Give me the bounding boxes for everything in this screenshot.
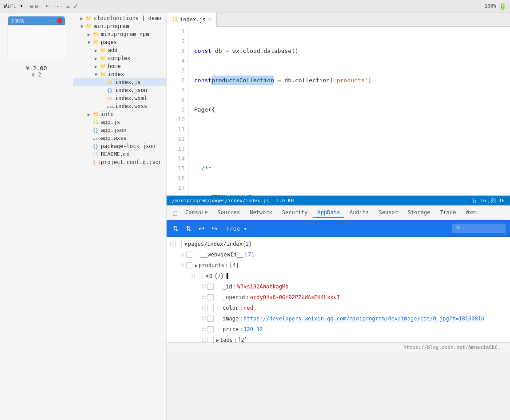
sidebar-item-pages[interactable]: ▼ 📁 pages <box>73 38 166 46</box>
sidebar-item-index-json[interactable]: {} index.json <box>73 86 166 94</box>
statusbar-size: 1.0 KB <box>276 198 294 204</box>
tree-products[interactable]: ▶ products : [4] <box>167 260 510 271</box>
tree-color[interactable]: color : red <box>167 303 510 313</box>
webviewid-checkbox[interactable] <box>186 252 192 258</box>
sidebar-item-readme[interactable]: 📄 README.md <box>73 150 166 158</box>
code-body[interactable]: const db = wx.cloud.database() const pro… <box>189 27 510 196</box>
collapse-all-btn[interactable]: ⇅ <box>184 224 193 234</box>
tree-item-0[interactable]: ▼ 0 {7} ▌ <box>167 271 510 281</box>
tab-trace[interactable]: Trace <box>435 208 460 218</box>
id-checkbox[interactable] <box>207 284 214 290</box>
tags-checkbox[interactable] <box>207 337 214 342</box>
tab-close-btn[interactable]: ✕ <box>208 16 211 22</box>
tab-security[interactable]: Security <box>278 208 312 218</box>
expand-all-btn[interactable]: ⇅ <box>171 224 180 234</box>
sidebar-item-miniprogram-npm[interactable]: ▶ 📁 miniprogram_npm <box>73 30 166 38</box>
sidebar-item-home[interactable]: ▶ 📁 home <box>73 62 166 70</box>
tree-webviewid[interactable]: __webviewId__ : 71 <box>167 249 510 260</box>
sidebar-item-cloudfunctions[interactable]: ▶ 📁 cloudfunctions | demo <box>73 14 166 22</box>
tree-openid[interactable]: _openid : ocdyO4u6-0Gf92PZUWAsEK4LxkuI <box>167 292 510 303</box>
minimize-btn[interactable]: ⊟ <box>30 3 33 9</box>
wifi-icon: ▾ <box>20 3 23 9</box>
left-panel: 手实战 ··· ¥ 2.00 x 2 <box>0 12 73 420</box>
tab-network[interactable]: Network <box>245 208 277 218</box>
main-area: 手实战 ··· ¥ 2.00 x 2 ▶ 📁 cloudfunctions | … <box>0 12 510 420</box>
top-bar: WiFi ▾ ⊟ ⊠ ⌕ ··· ≡ ⤢ 100% 🔋 <box>0 0 510 12</box>
redo-btn[interactable]: ↪ <box>210 224 219 234</box>
item0-checkbox[interactable] <box>197 273 203 279</box>
sidebar-item-info[interactable]: ▶ 📁 info <box>73 110 166 118</box>
tree-dropdown[interactable]: Tree ▾ <box>223 224 251 234</box>
editor-area: JS index.js ✕ 12345 678910 1112131415 16… <box>167 12 510 420</box>
sidebar-item-package-lock[interactable]: {} package-lock.json <box>73 142 166 150</box>
tree-id[interactable]: _id : W7xs192AWotkagMa <box>167 281 510 292</box>
image-checkbox[interactable] <box>207 316 214 322</box>
sidebar-item-app-json[interactable]: {} app.json <box>73 126 166 134</box>
maximize-btn[interactable]: ⊠ <box>35 3 38 9</box>
layout-icon[interactable]: ≡ <box>66 3 70 9</box>
tree-price[interactable]: price : 120.12 <box>167 324 510 335</box>
editor-statusbar: /miniprogram/pages/index/index.js 1.0 KB… <box>167 196 510 205</box>
code-line-3: Page({ <box>194 105 510 115</box>
statusbar-position: 行 16，列 16 <box>472 197 505 204</box>
menu-dots[interactable]: ··· <box>52 3 63 9</box>
devtools-search-input[interactable] <box>452 224 506 233</box>
appdata-tree: ▼ pages/index/index {2} __webviewId__ : … <box>167 237 510 342</box>
sidebar-item-index-wxml[interactable]: <> index.wxml <box>73 94 166 102</box>
devtools-content[interactable]: ▼ pages/index/index {2} __webviewId__ : … <box>167 237 510 342</box>
editor-tab-index-js[interactable]: JS index.js ✕ <box>167 12 217 27</box>
battery-icon: 🔋 <box>499 3 506 10</box>
code-line-1: const db = wx.cloud.database() <box>194 46 510 56</box>
price-display: ¥ 2.00 x 2 <box>26 65 47 78</box>
image-link[interactable]: https://developers.weixin.qq.com/minipro… <box>243 316 484 322</box>
tab-sources[interactable]: Sources <box>213 208 245 218</box>
editor-tabs: JS index.js ✕ <box>167 12 510 27</box>
devtools-panel: ⬚ Console Sources Network Security AppDa… <box>167 205 510 352</box>
tree-root[interactable]: ▼ pages/index/index {2} <box>167 239 510 249</box>
color-checkbox[interactable] <box>207 305 214 311</box>
undo-btn[interactable]: ↩ <box>197 224 206 234</box>
search-icon[interactable]: ⌕ <box>45 3 49 9</box>
sidebar-item-index-js[interactable]: JS index.js <box>73 78 166 86</box>
statusbar-path: /miniprogram/pages/index/index.js <box>172 198 269 204</box>
sidebar-item-index-folder[interactable]: ▼ 📁 index <box>73 70 166 78</box>
tree-image[interactable]: image : https://developers.weixin.qq.com… <box>167 313 510 324</box>
tab-console[interactable]: Console <box>181 208 212 218</box>
phone-preview: 手实战 ··· <box>8 16 65 61</box>
line-numbers: 12345 678910 1112131415 1617181920 <box>167 27 189 196</box>
sidebar-item-index-wxss[interactable]: wxss index.wxss <box>73 102 166 110</box>
devtools-footer: https://blog.csdn.net/Amnesia0b6... <box>167 342 510 352</box>
sidebar-item-complex[interactable]: ▶ 📁 complex <box>73 54 166 62</box>
tab-storage[interactable]: Storage <box>403 208 435 218</box>
tab-audits[interactable]: Audits <box>345 208 373 218</box>
devtools-tabs: ⬚ Console Sources Network Security AppDa… <box>167 206 510 220</box>
devtools-inspect-icon[interactable]: ⬚ <box>170 208 180 218</box>
count-value: x 2 <box>26 72 47 78</box>
tab-sensor[interactable]: Sensor <box>374 208 402 218</box>
window-controls: ⊟ ⊠ <box>30 3 38 9</box>
code-line-4 <box>194 134 510 144</box>
sidebar-item-add[interactable]: ▶ 📁 add <box>73 46 166 54</box>
openid-checkbox[interactable] <box>207 294 214 300</box>
sidebar-item-project-config[interactable]: {·} project.config.json <box>73 158 166 166</box>
tab-wxml[interactable]: Wxml <box>462 208 483 218</box>
tab-appdata[interactable]: AppData <box>313 208 345 218</box>
tree-tags[interactable]: ▶ tags : [2] <box>167 335 510 342</box>
cursor-indicator: ▌ <box>227 273 230 279</box>
expand-icon[interactable]: ⤢ <box>73 3 78 9</box>
sidebar-item-app-js[interactable]: JS app.js <box>73 118 166 126</box>
footer-url: https://blog.csdn.net/Amnesia0b6... <box>403 344 506 350</box>
code-line-5: /** <box>194 164 510 173</box>
code-line-2: const productsCollection = db.collection… <box>194 76 510 85</box>
record-icon <box>57 18 62 24</box>
products-checkbox[interactable] <box>186 262 192 268</box>
price-checkbox[interactable] <box>207 326 214 332</box>
root-checkbox[interactable] <box>175 241 182 247</box>
devtools-toolbar: ⇅ ⇅ ↩ ↪ Tree ▾ <box>167 220 510 237</box>
price-value: ¥ 2.00 <box>26 65 47 72</box>
sidebar-item-app-wxss[interactable]: wxss app.wxss <box>73 134 166 142</box>
sidebar-item-miniprogram[interactable]: ▼ 📁 miniprogram <box>73 22 166 30</box>
file-tree-sidebar: ▶ 📁 cloudfunctions | demo ▼ 📁 miniprogra… <box>73 12 167 420</box>
editor-content[interactable]: 12345 678910 1112131415 1617181920 const… <box>167 27 510 196</box>
battery-pct: 100% <box>485 3 497 9</box>
